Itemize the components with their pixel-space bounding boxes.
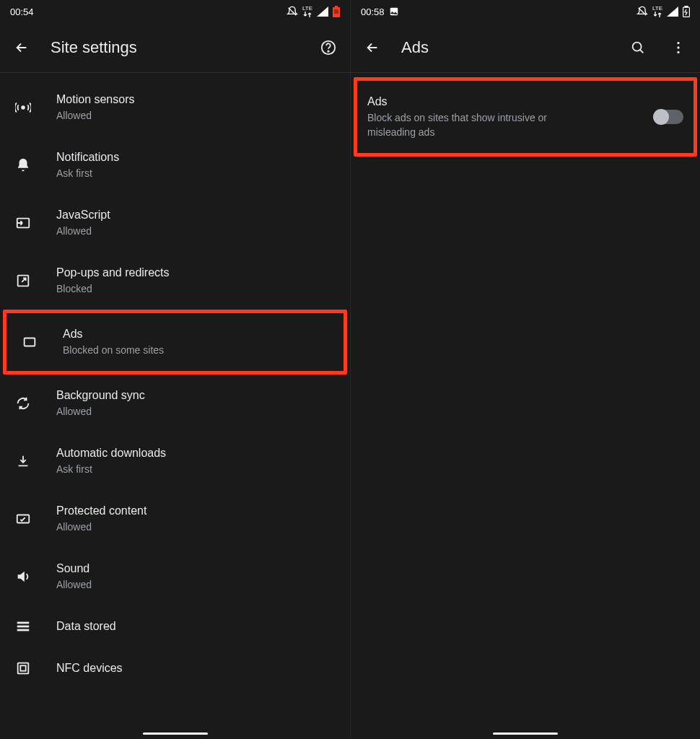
svg-rect-2: [334, 9, 338, 14]
search-button[interactable]: [626, 36, 649, 59]
setting-row-nfc-devices[interactable]: NFC devices: [0, 647, 350, 681]
svg-rect-10: [17, 622, 30, 624]
row-sub: Allowed: [56, 224, 340, 239]
row-label: Notifications: [56, 149, 340, 165]
row-label: Data stored: [56, 618, 340, 634]
setting-row-notifications[interactable]: Notifications Ask first: [0, 136, 350, 194]
image-icon: [389, 6, 399, 17]
more-button[interactable]: [667, 36, 690, 59]
setting-row-data-stored[interactable]: Data stored: [0, 605, 350, 647]
row-sub: Blocked: [56, 282, 340, 297]
ads-screen: 00:58 LTE: [350, 0, 700, 739]
motion-sensors-icon: [10, 100, 36, 115]
setting-row-popups[interactable]: Pop-ups and redirects Blocked: [0, 252, 350, 310]
row-label: Pop-ups and redirects: [56, 265, 340, 281]
svg-rect-17: [685, 6, 688, 7]
alarm-off-icon: [636, 6, 648, 17]
setting-sub: Block ads on sites that show intrusive o…: [367, 111, 591, 139]
row-label: Protected content: [56, 503, 340, 519]
app-bar: Ads: [351, 23, 700, 72]
status-time: 00:58: [361, 6, 385, 17]
row-label: Sound: [56, 561, 340, 577]
svg-point-21: [677, 51, 679, 53]
row-sub: Ask first: [56, 463, 340, 477]
svg-point-20: [677, 46, 679, 48]
setting-row-background-sync[interactable]: Background sync Allowed: [0, 375, 350, 432]
battery-charging-icon: [683, 6, 690, 17]
setting-row-ads[interactable]: Ads Blocked on some sites: [3, 310, 347, 375]
lte-icon: LTE: [652, 6, 662, 17]
svg-rect-11: [17, 626, 30, 628]
alarm-off-icon: [286, 6, 298, 17]
back-button[interactable]: [361, 36, 384, 59]
status-bar: 00:54 LTE: [0, 0, 350, 23]
row-sub: Allowed: [56, 578, 340, 592]
svg-point-5: [22, 106, 25, 109]
status-bar: 00:58 LTE: [351, 0, 700, 23]
battery-low-icon: [333, 6, 340, 17]
ads-icon: [17, 334, 43, 350]
svg-point-4: [328, 51, 328, 51]
sync-icon: [10, 395, 36, 411]
app-bar: Site settings: [0, 23, 350, 72]
row-label: JavaScript: [56, 207, 340, 223]
setting-row-protected-content[interactable]: Protected content Allowed: [0, 490, 350, 548]
row-label: NFC devices: [56, 660, 340, 676]
javascript-icon: [10, 215, 36, 231]
row-label: Background sync: [56, 388, 340, 403]
setting-row-javascript[interactable]: JavaScript Allowed: [0, 194, 350, 252]
page-title: Ads: [401, 38, 609, 57]
lte-icon: LTE: [302, 6, 312, 17]
data-stored-icon: [10, 618, 36, 634]
setting-row-automatic-downloads[interactable]: Automatic downloads Ask first: [0, 432, 350, 490]
row-sub: Allowed: [56, 109, 340, 123]
ads-toggle-row[interactable]: Ads Block ads on sites that show intrusi…: [354, 77, 697, 157]
download-icon: [10, 453, 36, 469]
settings-list: Motion sensors Allowed Notifications Ask…: [0, 73, 350, 681]
nav-handle[interactable]: [493, 733, 558, 735]
svg-rect-14: [20, 666, 25, 671]
status-time: 00:54: [10, 6, 34, 17]
nfc-icon: [10, 660, 36, 676]
svg-rect-8: [25, 338, 35, 346]
row-label: Automatic downloads: [56, 445, 340, 461]
signal-icon: [317, 6, 328, 17]
nav-handle[interactable]: [143, 733, 208, 735]
row-sub: Allowed: [56, 405, 340, 419]
sound-icon: [10, 569, 36, 585]
site-settings-screen: 00:54 LTE Sit: [0, 0, 350, 739]
help-button[interactable]: [317, 36, 340, 59]
row-sub: Allowed: [56, 520, 340, 535]
setting-label: Ads: [367, 94, 643, 110]
svg-rect-12: [17, 629, 30, 631]
bell-icon: [10, 157, 36, 173]
svg-rect-13: [18, 663, 29, 674]
protected-content-icon: [10, 511, 36, 527]
row-sub: Ask first: [56, 167, 340, 181]
popup-icon: [10, 273, 36, 289]
row-label: Motion sensors: [56, 92, 340, 108]
svg-rect-1: [335, 6, 338, 7]
row-sub: Blocked on some sites: [63, 344, 333, 358]
page-title: Site settings: [51, 38, 299, 57]
setting-row-sound[interactable]: Sound Allowed: [0, 548, 350, 605]
ads-toggle[interactable]: [655, 110, 683, 124]
signal-icon: [667, 6, 678, 17]
back-button[interactable]: [10, 36, 33, 59]
setting-row-motion-sensors[interactable]: Motion sensors Allowed: [0, 79, 350, 136]
svg-point-19: [677, 42, 679, 44]
row-label: Ads: [63, 326, 333, 342]
